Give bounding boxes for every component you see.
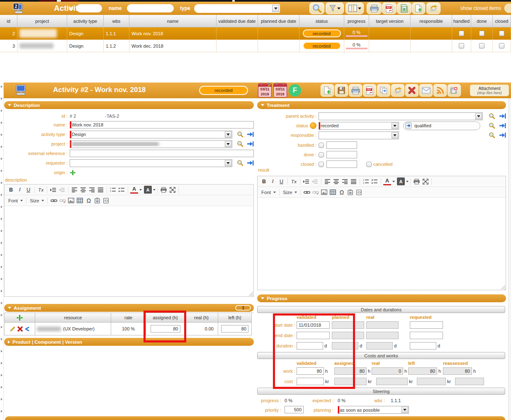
section-treatment-header[interactable]: Treatment — [257, 101, 506, 109]
new-button[interactable] — [321, 84, 334, 97]
dispatch-assignment-button[interactable] — [24, 326, 30, 332]
table-row[interactable]: 2 Design 1.1.1 Work nov. 2018 recorded 0… — [0, 27, 511, 40]
bold-icon[interactable]: B — [260, 177, 268, 185]
attachment-dropzone[interactable]: Attachment (drop files here) — [470, 85, 509, 96]
goto-button[interactable] — [247, 141, 254, 147]
col-target-version[interactable]: target version — [369, 15, 411, 27]
assigned-hours-input[interactable] — [151, 325, 180, 333]
image-icon[interactable] — [67, 197, 75, 204]
refresh-button[interactable] — [426, 2, 440, 14]
editor-print-icon[interactable] — [160, 186, 168, 194]
link-icon[interactable] — [50, 197, 58, 204]
align-left-icon[interactable] — [324, 177, 331, 185]
email-button[interactable] — [419, 84, 433, 97]
description-editor[interactable]: B I U Tx 12 — [4, 184, 254, 297]
handled-checkbox[interactable] — [459, 43, 464, 49]
priority-input[interactable] — [285, 406, 304, 413]
unlink-icon[interactable] — [311, 188, 319, 196]
save-button[interactable] — [335, 84, 348, 97]
lookup-button[interactable] — [237, 141, 243, 147]
handled-checkbox[interactable] — [459, 31, 464, 36]
maximize-icon[interactable] — [421, 177, 429, 185]
image-icon[interactable] — [320, 188, 328, 196]
requestor-select[interactable] — [70, 159, 232, 167]
font-dropdown[interactable]: Font — [260, 190, 277, 195]
col-planned-due-date[interactable]: planned due date — [258, 15, 299, 27]
bg-color-icon[interactable]: A — [397, 177, 405, 185]
add-origin-button[interactable] — [70, 170, 76, 176]
paste-from-word-icon[interactable]: W — [93, 197, 101, 204]
print-button[interactable] — [349, 84, 362, 97]
size-dropdown[interactable]: Size — [281, 190, 299, 195]
col-project[interactable]: project — [17, 15, 67, 27]
chevron-down-icon[interactable] — [225, 141, 231, 147]
col-validated-due-date[interactable]: validated due date — [217, 15, 258, 27]
source-icon[interactable] — [355, 188, 363, 196]
table-icon[interactable] — [76, 197, 84, 204]
work-validated-input[interactable] — [297, 367, 324, 375]
align-right-icon[interactable] — [88, 186, 96, 194]
detail-scrollbar[interactable] — [508, 99, 511, 420]
chevron-down-icon[interactable] — [402, 407, 408, 413]
handled-checkbox[interactable] — [319, 143, 324, 148]
lookup-button[interactable] — [489, 113, 495, 119]
remove-format-icon[interactable]: Tx — [290, 177, 298, 185]
section-progress-header[interactable]: Progress — [257, 294, 506, 302]
end-date-validated-input[interactable] — [297, 332, 330, 339]
align-center-icon[interactable] — [332, 177, 340, 185]
outdent-icon[interactable] — [311, 177, 319, 185]
section-product-header[interactable]: Product | Component | Version — [4, 338, 254, 346]
closed-checkbox[interactable] — [499, 43, 504, 49]
numbered-list-icon[interactable]: 12 — [109, 186, 117, 194]
bold-icon[interactable]: B — [7, 186, 15, 194]
initial-date-calendar-icon[interactable]: 03/112019 — [258, 83, 272, 97]
italic-icon[interactable]: I — [269, 177, 277, 185]
numbered-list-icon[interactable]: 12 — [362, 177, 370, 185]
col-done[interactable]: done — [471, 15, 493, 27]
closed-date-input[interactable] — [326, 160, 357, 168]
lookup-button[interactable] — [489, 132, 495, 138]
user-avatar[interactable]: F — [289, 84, 301, 97]
goto-button[interactable] — [247, 160, 254, 166]
indent-icon[interactable] — [302, 177, 310, 185]
bullet-list-icon[interactable] — [118, 186, 126, 194]
col-assigned[interactable]: assigned (h) — [146, 313, 185, 323]
duration-requested-input[interactable] — [410, 342, 436, 350]
col-closed[interactable]: closed — [493, 15, 511, 27]
col-handled[interactable]: handled — [452, 15, 471, 27]
lookup-button[interactable] — [237, 131, 243, 138]
show-closed-toggle[interactable] — [504, 4, 511, 13]
col-activity-type[interactable]: activity type — [67, 15, 104, 27]
editor-print-icon[interactable] — [413, 177, 421, 185]
col-status[interactable]: status — [299, 15, 344, 27]
align-justify-icon[interactable] — [350, 177, 358, 185]
start-date-validated-input[interactable] — [297, 321, 330, 329]
col-responsible[interactable]: responsible — [411, 15, 452, 27]
resize-grip[interactable] — [248, 291, 253, 296]
cancelled-checkbox[interactable] — [366, 162, 372, 167]
lookup-button[interactable] — [489, 122, 495, 129]
parent-activity-select[interactable] — [319, 112, 483, 120]
status-select[interactable]: recorded — [319, 122, 399, 130]
table-row[interactable]: 3 Design 1.1.2 Work dec. 2018 recorded 0… — [0, 40, 511, 52]
activity-type-select[interactable]: Design — [70, 131, 232, 138]
outdent-icon[interactable] — [58, 186, 66, 194]
checkpoint-button[interactable] — [448, 84, 461, 97]
goto-button[interactable] — [499, 123, 506, 129]
paste-from-word-icon[interactable]: W — [346, 188, 354, 196]
columns-button[interactable] — [346, 2, 364, 14]
filter-button[interactable] — [326, 2, 344, 14]
end-date-requested-input[interactable] — [410, 332, 443, 339]
project-select[interactable] — [70, 140, 232, 148]
align-center-icon[interactable] — [79, 186, 87, 194]
text-color-caret[interactable] — [392, 181, 395, 182]
rss-feed-button[interactable] — [433, 84, 447, 97]
done-checkbox[interactable] — [479, 43, 484, 49]
underline-icon[interactable]: U — [24, 186, 32, 194]
handled-date-input[interactable] — [326, 141, 357, 149]
chevron-down-icon[interactable] — [225, 131, 231, 138]
text-color-icon[interactable]: A — [383, 177, 391, 185]
cost-validated-input[interactable] — [297, 378, 324, 385]
source-icon[interactable] — [102, 197, 110, 204]
copy-button[interactable] — [377, 84, 390, 97]
